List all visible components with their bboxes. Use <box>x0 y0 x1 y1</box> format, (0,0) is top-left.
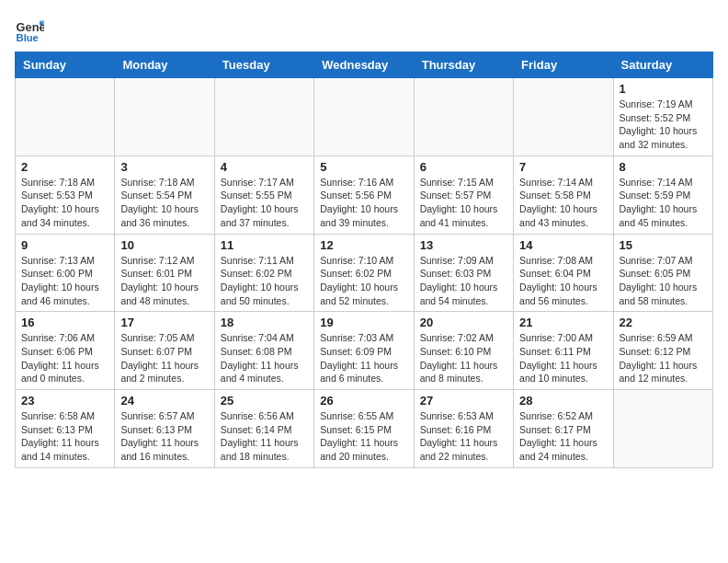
week-row-4: 16Sunrise: 7:06 AM Sunset: 6:06 PM Dayli… <box>16 312 713 390</box>
calendar-cell: 14Sunrise: 7:08 AM Sunset: 6:04 PM Dayli… <box>514 234 613 312</box>
day-info: Sunrise: 6:56 AM Sunset: 6:14 PM Dayligh… <box>221 409 308 464</box>
day-info: Sunrise: 7:19 AM Sunset: 5:52 PM Dayligh… <box>620 98 707 152</box>
day-number: 15 <box>620 238 707 252</box>
day-info: Sunrise: 7:03 AM Sunset: 6:09 PM Dayligh… <box>320 331 407 385</box>
calendar-cell: 7Sunrise: 7:14 AM Sunset: 5:58 PM Daylig… <box>514 155 613 234</box>
calendar-cell <box>16 78 115 156</box>
logo-icon: General Blue <box>15 15 44 44</box>
day-number: 24 <box>120 394 208 408</box>
day-number: 17 <box>120 316 208 329</box>
calendar-cell <box>414 78 513 156</box>
calendar-cell: 3Sunrise: 7:18 AM Sunset: 5:54 PM Daylig… <box>115 155 214 234</box>
weekday-header-saturday: Saturday <box>613 52 712 78</box>
week-row-5: 23Sunrise: 6:58 AM Sunset: 6:13 PM Dayli… <box>16 390 713 468</box>
day-number: 2 <box>21 160 108 174</box>
day-number: 16 <box>21 316 108 329</box>
day-number: 8 <box>620 160 707 174</box>
calendar-cell: 27Sunrise: 6:53 AM Sunset: 6:16 PM Dayli… <box>414 390 513 468</box>
calendar-cell: 19Sunrise: 7:03 AM Sunset: 6:09 PM Dayli… <box>314 312 414 390</box>
weekday-header-friday: Friday <box>514 52 613 78</box>
day-info: Sunrise: 7:07 AM Sunset: 6:05 PM Dayligh… <box>620 254 707 308</box>
calendar-cell: 6Sunrise: 7:15 AM Sunset: 5:57 PM Daylig… <box>414 155 513 234</box>
calendar-cell: 23Sunrise: 6:58 AM Sunset: 6:13 PM Dayli… <box>16 390 115 468</box>
calendar-cell: 21Sunrise: 7:00 AM Sunset: 6:11 PM Dayli… <box>514 312 613 390</box>
day-number: 26 <box>320 394 407 408</box>
day-number: 27 <box>420 394 507 408</box>
calendar-cell: 12Sunrise: 7:10 AM Sunset: 6:02 PM Dayli… <box>314 234 414 312</box>
day-number: 11 <box>221 238 308 252</box>
day-info: Sunrise: 6:52 AM Sunset: 6:17 PM Dayligh… <box>519 409 607 464</box>
day-info: Sunrise: 7:00 AM Sunset: 6:11 PM Dayligh… <box>519 331 607 385</box>
day-info: Sunrise: 7:14 AM Sunset: 5:59 PM Dayligh… <box>620 176 707 230</box>
day-number: 10 <box>120 238 208 252</box>
day-info: Sunrise: 7:15 AM Sunset: 5:57 PM Dayligh… <box>420 176 507 230</box>
calendar-cell <box>514 78 613 156</box>
day-info: Sunrise: 7:12 AM Sunset: 6:01 PM Dayligh… <box>120 254 208 308</box>
calendar-cell: 18Sunrise: 7:04 AM Sunset: 6:08 PM Dayli… <box>214 312 313 390</box>
day-number: 19 <box>320 316 407 329</box>
day-info: Sunrise: 7:13 AM Sunset: 6:00 PM Dayligh… <box>21 254 108 308</box>
logo: General Blue <box>15 15 44 44</box>
day-info: Sunrise: 6:53 AM Sunset: 6:16 PM Dayligh… <box>420 409 507 464</box>
day-number: 12 <box>320 238 407 252</box>
day-number: 1 <box>620 82 707 96</box>
weekday-header-wednesday: Wednesday <box>314 52 414 78</box>
calendar-cell: 15Sunrise: 7:07 AM Sunset: 6:05 PM Dayli… <box>613 234 712 312</box>
calendar-cell: 2Sunrise: 7:18 AM Sunset: 5:53 PM Daylig… <box>16 155 115 234</box>
day-number: 6 <box>420 160 507 174</box>
day-info: Sunrise: 7:14 AM Sunset: 5:58 PM Dayligh… <box>519 176 607 230</box>
day-number: 7 <box>519 160 607 174</box>
calendar-cell <box>115 78 214 156</box>
day-info: Sunrise: 6:57 AM Sunset: 6:13 PM Dayligh… <box>120 409 208 464</box>
day-info: Sunrise: 7:02 AM Sunset: 6:10 PM Dayligh… <box>420 331 507 385</box>
day-number: 14 <box>519 238 607 252</box>
day-number: 4 <box>221 160 308 174</box>
calendar-cell: 1Sunrise: 7:19 AM Sunset: 5:52 PM Daylig… <box>613 78 712 156</box>
calendar-cell: 17Sunrise: 7:05 AM Sunset: 6:07 PM Dayli… <box>115 312 214 390</box>
calendar-cell: 20Sunrise: 7:02 AM Sunset: 6:10 PM Dayli… <box>414 312 513 390</box>
day-info: Sunrise: 7:18 AM Sunset: 5:53 PM Dayligh… <box>21 176 108 230</box>
calendar-cell: 16Sunrise: 7:06 AM Sunset: 6:06 PM Dayli… <box>16 312 115 390</box>
calendar-cell: 4Sunrise: 7:17 AM Sunset: 5:55 PM Daylig… <box>214 155 313 234</box>
calendar-cell: 25Sunrise: 6:56 AM Sunset: 6:14 PM Dayli… <box>214 390 313 468</box>
calendar-cell <box>214 78 313 156</box>
day-number: 21 <box>519 316 607 329</box>
day-info: Sunrise: 7:11 AM Sunset: 6:02 PM Dayligh… <box>221 254 308 308</box>
calendar-cell: 28Sunrise: 6:52 AM Sunset: 6:17 PM Dayli… <box>514 390 613 468</box>
week-row-2: 2Sunrise: 7:18 AM Sunset: 5:53 PM Daylig… <box>16 155 713 234</box>
header: General Blue <box>15 15 713 44</box>
day-info: Sunrise: 6:59 AM Sunset: 6:12 PM Dayligh… <box>620 331 707 385</box>
svg-text:Blue: Blue <box>17 32 39 43</box>
day-number: 28 <box>519 394 607 408</box>
day-info: Sunrise: 7:09 AM Sunset: 6:03 PM Dayligh… <box>420 254 507 308</box>
day-number: 22 <box>620 316 707 329</box>
day-number: 23 <box>21 394 108 408</box>
day-number: 18 <box>221 316 308 329</box>
day-number: 20 <box>420 316 507 329</box>
calendar-cell: 9Sunrise: 7:13 AM Sunset: 6:00 PM Daylig… <box>16 234 115 312</box>
day-info: Sunrise: 6:58 AM Sunset: 6:13 PM Dayligh… <box>21 409 108 464</box>
calendar: SundayMondayTuesdayWednesdayThursdayFrid… <box>15 52 713 468</box>
calendar-cell <box>314 78 414 156</box>
calendar-cell: 26Sunrise: 6:55 AM Sunset: 6:15 PM Dayli… <box>314 390 414 468</box>
day-number: 9 <box>21 238 108 252</box>
weekday-header-thursday: Thursday <box>414 52 513 78</box>
day-info: Sunrise: 7:08 AM Sunset: 6:04 PM Dayligh… <box>519 254 607 308</box>
calendar-cell: 8Sunrise: 7:14 AM Sunset: 5:59 PM Daylig… <box>613 155 712 234</box>
calendar-cell: 24Sunrise: 6:57 AM Sunset: 6:13 PM Dayli… <box>115 390 214 468</box>
day-info: Sunrise: 7:04 AM Sunset: 6:08 PM Dayligh… <box>221 331 308 385</box>
day-number: 5 <box>320 160 407 174</box>
day-info: Sunrise: 7:16 AM Sunset: 5:56 PM Dayligh… <box>320 176 407 230</box>
day-number: 3 <box>120 160 208 174</box>
calendar-cell: 5Sunrise: 7:16 AM Sunset: 5:56 PM Daylig… <box>314 155 414 234</box>
weekday-header-row: SundayMondayTuesdayWednesdayThursdayFrid… <box>16 52 713 78</box>
week-row-3: 9Sunrise: 7:13 AM Sunset: 6:00 PM Daylig… <box>16 234 713 312</box>
calendar-cell: 22Sunrise: 6:59 AM Sunset: 6:12 PM Dayli… <box>613 312 712 390</box>
calendar-cell <box>613 390 712 468</box>
weekday-header-monday: Monday <box>115 52 214 78</box>
day-info: Sunrise: 7:18 AM Sunset: 5:54 PM Dayligh… <box>120 176 208 230</box>
day-number: 13 <box>420 238 507 252</box>
calendar-cell: 10Sunrise: 7:12 AM Sunset: 6:01 PM Dayli… <box>115 234 214 312</box>
day-number: 25 <box>221 394 308 408</box>
calendar-cell: 13Sunrise: 7:09 AM Sunset: 6:03 PM Dayli… <box>414 234 513 312</box>
